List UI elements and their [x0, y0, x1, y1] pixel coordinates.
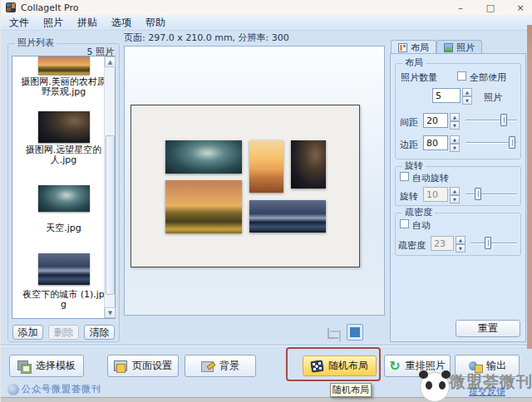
- slider-thumb[interactable]: [500, 114, 507, 126]
- collage-photo-teal-sky[interactable]: [165, 140, 242, 174]
- thumbnail-golden-field[interactable]: [38, 56, 90, 75]
- use-all-label: 全部使用: [470, 71, 506, 84]
- photo-list-label: 照片列表: [15, 37, 57, 49]
- density-stepper[interactable]: ▲ ▼: [456, 236, 466, 251]
- collage-photo-golden-field[interactable]: [165, 180, 242, 233]
- spacing-input[interactable]: [423, 113, 448, 128]
- output-icon: [468, 360, 481, 372]
- app-icon: [6, 2, 16, 12]
- layout-tab-icon: [398, 43, 407, 52]
- thumbnail-night-city[interactable]: [38, 253, 90, 285]
- bottom-edge-strip: [1, 397, 532, 402]
- scroll-up-icon[interactable]: ▲: [105, 56, 116, 67]
- page-setup-button[interactable]: 页面设置: [107, 355, 179, 377]
- slider-thumb[interactable]: [475, 188, 481, 200]
- stepper-up-icon[interactable]: ▲: [462, 88, 472, 96]
- list-item[interactable]: 摄图网.远望星空的人.jpg: [12, 111, 115, 165]
- stepper-up-icon[interactable]: ▲: [450, 187, 460, 195]
- stepper-down-icon[interactable]: ▼: [450, 144, 460, 152]
- corner-logo-icon: [7, 384, 19, 395]
- scrollbar-thumb[interactable]: [106, 135, 115, 295]
- background-button[interactable]: 背景: [185, 355, 256, 377]
- rotation-stepper[interactable]: ▲ ▼: [450, 187, 460, 202]
- window-title: CollageIt Pro: [21, 2, 79, 13]
- rotation-group-label: 旋转: [402, 160, 426, 172]
- stepper-down-icon[interactable]: ▼: [462, 96, 472, 105]
- list-item[interactable]: 夜空下的城市 (1).jpg: [12, 253, 115, 310]
- panda-logo: [420, 372, 450, 402]
- margin-slider[interactable]: [466, 136, 517, 149]
- tab-label: 布局: [411, 42, 429, 54]
- button-label: 选择模板: [36, 359, 76, 373]
- menu-options[interactable]: 选项: [111, 16, 131, 30]
- stepper-down-icon[interactable]: ▼: [456, 244, 466, 252]
- slider-thumb[interactable]: [509, 136, 515, 149]
- minimize-icon[interactable]: –: [455, 2, 466, 13]
- margin-stepper[interactable]: ▲ ▼: [450, 135, 460, 150]
- density-group: 疏密度 自动 疏密度 ▲ ▼: [395, 213, 521, 256]
- margin-input[interactable]: [423, 135, 448, 150]
- rotation-slider[interactable]: [466, 188, 517, 200]
- collage-photo-stargazer[interactable]: [291, 140, 326, 189]
- list-item[interactable]: 摄图网.美丽的农村原野景观.jpg: [12, 56, 115, 97]
- photo-filename: 摄图网.美丽的农村原野景观.jpg: [21, 77, 107, 97]
- stepper-up-icon[interactable]: ▲: [456, 236, 466, 244]
- density-slider[interactable]: [470, 237, 517, 249]
- auto-rotate-checkbox[interactable]: [400, 172, 409, 181]
- density-label: 疏密度: [398, 239, 426, 252]
- red-annotation-box: [286, 347, 381, 381]
- collage-canvas: [131, 105, 360, 267]
- add-button[interactable]: 添加: [12, 325, 43, 340]
- close-icon[interactable]: ×: [515, 2, 526, 13]
- page-setup-icon: [114, 360, 127, 372]
- tab-label: 照片: [456, 42, 475, 54]
- select-template-button[interactable]: 选择模板: [9, 355, 84, 377]
- collage-photo-sunset-lake[interactable]: [249, 140, 283, 193]
- use-all-checkbox[interactable]: [457, 71, 466, 81]
- photo-filename: 摄图网.远望星空的人.jpg: [21, 145, 107, 165]
- menu-photo[interactable]: 照片: [43, 16, 63, 30]
- thumbnail-stargazer[interactable]: [38, 111, 90, 143]
- grid-view-icon[interactable]: [347, 324, 363, 341]
- rotation-input[interactable]: [423, 187, 448, 202]
- rotation-group: 旋转 自动旋转 旋转 ▲ ▼: [395, 166, 521, 206]
- fit-page-icon[interactable]: [323, 326, 340, 342]
- photo-count-stepper[interactable]: ▲ ▼: [462, 88, 472, 103]
- feedback-link[interactable]: 提交反馈: [469, 385, 505, 398]
- menu-help[interactable]: 帮助: [145, 16, 165, 30]
- list-scrollbar[interactable]: ▲ ▼: [104, 56, 115, 318]
- density-group-label: 疏密度: [402, 207, 435, 218]
- delete-button[interactable]: 删除: [48, 325, 79, 340]
- photo-list: 摄图网.美丽的农村原野景观.jpg 摄图网.远望星空的人.jpg 天空.jpg …: [12, 56, 116, 319]
- layout-group-label: 布局: [402, 57, 426, 69]
- density-input[interactable]: [431, 236, 454, 251]
- photo-count-input[interactable]: [432, 88, 461, 103]
- stepper-down-icon[interactable]: ▼: [450, 121, 460, 130]
- photo-count-unit: 照片: [484, 91, 502, 104]
- stepper-up-icon[interactable]: ▲: [450, 135, 460, 144]
- spacing-slider[interactable]: [466, 114, 517, 126]
- auto-density-label: 自动: [412, 219, 431, 232]
- auto-density-checkbox[interactable]: [400, 219, 409, 228]
- thumbnail-teal-sky[interactable]: [38, 185, 90, 212]
- button-label: 页面设置: [132, 359, 172, 373]
- scroll-down-icon[interactable]: ▼: [105, 307, 116, 318]
- reset-button[interactable]: 重置: [456, 320, 520, 337]
- slider-thumb[interactable]: [485, 237, 491, 249]
- template-icon: [17, 360, 31, 372]
- stepper-up-icon[interactable]: ▲: [450, 113, 460, 121]
- clear-button[interactable]: 清除: [84, 325, 115, 340]
- corner-watermark-text: 公众号微盟荟微刊: [22, 383, 101, 395]
- maximize-icon[interactable]: □: [485, 2, 496, 13]
- menu-bar: 文件 照片 拼贴 选项 帮助: [1, 15, 532, 31]
- refresh-icon: ↻: [389, 360, 400, 372]
- stepper-down-icon[interactable]: ▼: [450, 195, 460, 203]
- menu-collage[interactable]: 拼贴: [77, 16, 97, 30]
- screen-edge-strip: [527, 25, 532, 349]
- spacing-stepper[interactable]: ▲ ▼: [450, 113, 460, 128]
- collage-photo-night-city[interactable]: [249, 200, 326, 233]
- corner-watermark: 公众号微盟荟微刊: [7, 383, 101, 395]
- menu-file[interactable]: 文件: [9, 16, 29, 30]
- list-item[interactable]: 天空.jpg: [12, 185, 115, 233]
- tab-photo[interactable]: 照片: [436, 40, 482, 54]
